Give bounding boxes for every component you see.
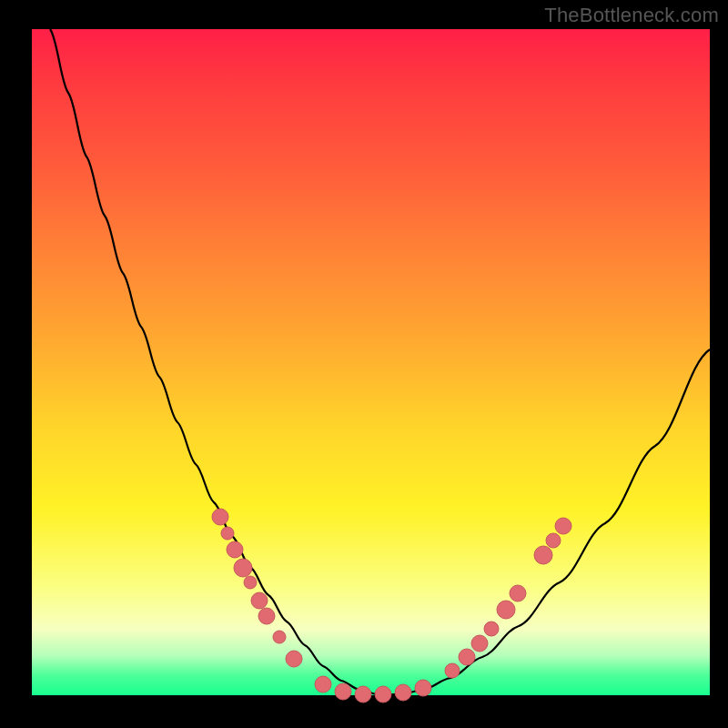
- data-dot: [227, 541, 243, 558]
- data-dot: [212, 509, 228, 525]
- watermark-label: TheBottleneck.com: [544, 4, 719, 27]
- chart-frame: TheBottleneck.com: [0, 0, 728, 728]
- data-dot: [534, 546, 552, 564]
- data-dot: [355, 686, 371, 703]
- data-dots: [212, 509, 571, 703]
- data-dot: [335, 683, 351, 700]
- data-dot: [273, 631, 286, 643]
- data-dot: [471, 635, 488, 652]
- data-dot: [221, 527, 234, 540]
- data-dot: [251, 592, 268, 609]
- data-dot: [234, 559, 252, 577]
- data-dot: [395, 684, 411, 701]
- data-dot: [244, 576, 257, 589]
- data-dot: [546, 533, 561, 548]
- data-dot: [375, 686, 391, 703]
- data-dot: [445, 663, 460, 678]
- plot-area: [32, 29, 710, 695]
- data-dot: [286, 651, 302, 667]
- chart-svg: [32, 29, 710, 695]
- bottleneck-curve: [50, 29, 710, 694]
- data-dot: [497, 601, 515, 619]
- data-dot: [459, 649, 475, 665]
- data-dot: [258, 608, 275, 624]
- data-dot: [415, 680, 431, 696]
- data-dot: [510, 585, 526, 602]
- data-dot: [555, 518, 571, 534]
- data-dot: [315, 676, 331, 693]
- data-dot: [484, 622, 499, 636]
